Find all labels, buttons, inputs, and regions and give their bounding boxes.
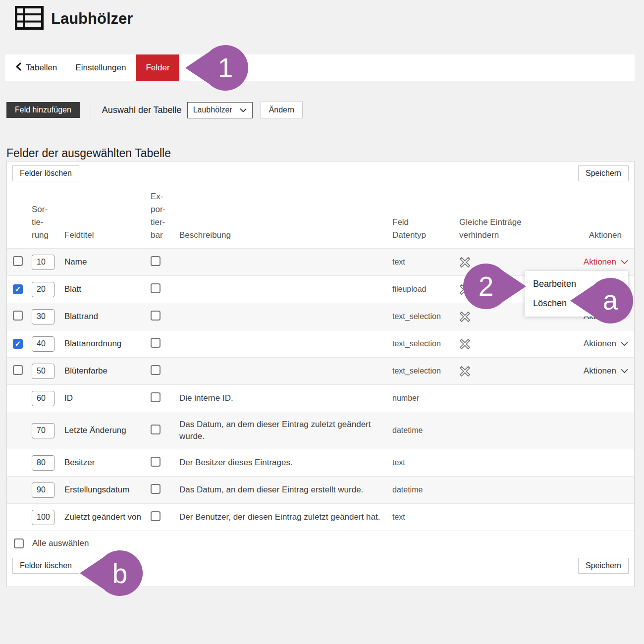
sort-order-input[interactable]: [32, 391, 54, 406]
col-header-gleiche-eintraege: Gleiche Einträge verhindern: [459, 216, 566, 242]
select-all-checkbox[interactable]: [14, 538, 24, 548]
exportable-checkbox[interactable]: [151, 425, 161, 434]
exportable-checkbox[interactable]: [151, 511, 161, 521]
field-datatype: datetime: [392, 485, 459, 494]
panel-top-bar: Felder löschen Speichern: [7, 161, 634, 185]
field-description: [179, 256, 392, 268]
chevron-down-icon: [240, 106, 247, 114]
sort-order-input[interactable]: [32, 483, 54, 498]
exportable-checkbox[interactable]: [151, 484, 161, 494]
sort-order-input[interactable]: [32, 364, 54, 379]
field-description: [179, 365, 392, 377]
svg-text:2: 2: [479, 271, 494, 302]
delete-fields-bottom-button[interactable]: Felder löschen: [12, 558, 79, 574]
col-header-sortierung: Sor- tie- rung: [32, 203, 64, 242]
col-header-beschreibung: Beschreibung: [179, 229, 392, 242]
table-row: Blütenfarbe text_selection Aktionen: [7, 357, 634, 384]
exportable-checkbox[interactable]: [151, 256, 161, 266]
nav-back-label: Tabellen: [26, 63, 57, 73]
table-row: ID Die interne ID. number: [7, 384, 634, 412]
app-header: Laubhölzer: [15, 6, 133, 32]
annotation-balloon-2: 2: [462, 263, 528, 310]
field-title: Blütenfarbe: [64, 366, 151, 376]
field-datatype: number: [392, 394, 459, 403]
prevent-duplicates-icon: [459, 366, 566, 377]
field-description: [179, 310, 392, 323]
field-title: Besitzer: [64, 458, 151, 468]
add-field-button[interactable]: Feld hinzufügen: [6, 102, 80, 118]
table-row: Blattanordnung text_selection Aktionen: [7, 330, 634, 357]
field-description: Das Datum, an dem dieser Eintrag zuletzt…: [179, 412, 392, 449]
navbar: Tabellen Einstellungen Felder: [5, 54, 635, 81]
svg-text:1: 1: [218, 53, 233, 83]
sort-order-input[interactable]: [32, 423, 54, 438]
sort-order-input[interactable]: [32, 455, 54, 471]
field-description: Der Benutzer, der diesen Eintrag zuletzt…: [179, 505, 392, 530]
exportable-checkbox[interactable]: [151, 338, 161, 348]
table-row: Zuletzt geändert von Der Benutzer, der d…: [7, 503, 634, 531]
table-select-label: Auswahl der Tabelle: [102, 105, 182, 115]
section-heading: Felder der ausgewählten Tabelle: [6, 147, 171, 160]
table-select-dropdown[interactable]: Laubhölzer: [187, 102, 253, 118]
table-select-value: Laubhölzer: [193, 106, 232, 114]
row-select-checkbox[interactable]: [13, 256, 23, 266]
field-datatype: text: [392, 258, 459, 267]
annotation-balloon-b: b: [78, 549, 144, 597]
exportable-checkbox[interactable]: [151, 457, 161, 467]
save-bottom-button[interactable]: Speichern: [578, 558, 629, 574]
field-datatype: fileupload: [392, 285, 459, 294]
row-actions-link[interactable]: Aktionen: [584, 339, 628, 349]
row-select-checkbox[interactable]: [13, 311, 23, 321]
sort-order-input[interactable]: [32, 282, 54, 297]
sort-order-input[interactable]: [32, 255, 54, 270]
save-top-button[interactable]: Speichern: [578, 165, 629, 181]
col-header-aktionen: Aktionen: [589, 229, 628, 242]
table-row: Erstellungsdatum Das Datum, an dem diese…: [7, 476, 634, 503]
field-datatype: datetime: [392, 426, 459, 435]
sort-order-input[interactable]: [32, 336, 54, 352]
exportable-checkbox[interactable]: [151, 392, 161, 402]
field-datatype: text: [392, 513, 459, 522]
field-title: Letzte Änderung: [64, 426, 151, 435]
field-description: Der Besitzer dieses Eintrages.: [179, 450, 392, 475]
select-all-label: Alle auswählen: [32, 538, 89, 548]
sort-order-input[interactable]: [32, 309, 54, 324]
field-datatype: text: [392, 458, 459, 467]
annotation-balloon-1: 1: [184, 44, 249, 92]
field-title: Blattanordnung: [64, 339, 151, 349]
tab-felder[interactable]: Felder: [136, 54, 179, 81]
row-select-checkbox[interactable]: [13, 365, 23, 375]
page-title: Laubhölzer: [51, 10, 133, 28]
exportable-checkbox[interactable]: [151, 365, 161, 375]
svg-text:a: a: [603, 285, 618, 316]
field-title: Zuletzt geändert von: [64, 512, 151, 522]
nav-back-tabellen[interactable]: Tabellen: [16, 62, 57, 73]
change-table-button[interactable]: Ändern: [261, 102, 303, 118]
field-description: Das Datum, an dem dieser Eintrag erstell…: [179, 478, 392, 502]
field-title: ID: [64, 393, 151, 403]
field-datatype: text_selection: [392, 339, 459, 348]
row-actions-link[interactable]: Aktionen: [584, 257, 628, 267]
svg-text:b: b: [112, 558, 128, 589]
field-title: Blattrand: [64, 312, 151, 322]
exportable-checkbox[interactable]: [151, 311, 161, 321]
annotation-balloon-a: a: [569, 277, 634, 324]
toolbar-divider: [91, 98, 91, 122]
row-actions-link[interactable]: Aktionen: [584, 366, 628, 376]
field-datatype: text_selection: [392, 312, 459, 321]
table-icon: [15, 6, 44, 32]
field-description: Die interne ID.: [179, 386, 392, 411]
row-select-checkbox[interactable]: [13, 339, 23, 349]
table-row: Besitzer Der Besitzer dieses Eintrages. …: [7, 449, 634, 476]
prevent-duplicates-icon: [459, 338, 566, 350]
row-select-checkbox[interactable]: [13, 284, 23, 294]
field-description: [179, 337, 392, 350]
toolbar: Feld hinzufügen Auswahl der Tabelle Laub…: [6, 102, 303, 118]
table-header-row: Sor- tie- rung Feldtitel Ex- por- tier- …: [7, 185, 634, 248]
field-datatype: text_selection: [392, 367, 459, 376]
col-header-datentyp: Feld Datentyp: [392, 216, 459, 242]
sort-order-input[interactable]: [32, 510, 54, 525]
exportable-checkbox[interactable]: [151, 283, 161, 293]
delete-fields-top-button[interactable]: Felder löschen: [12, 165, 79, 181]
nav-item-einstellungen[interactable]: Einstellungen: [75, 63, 126, 73]
